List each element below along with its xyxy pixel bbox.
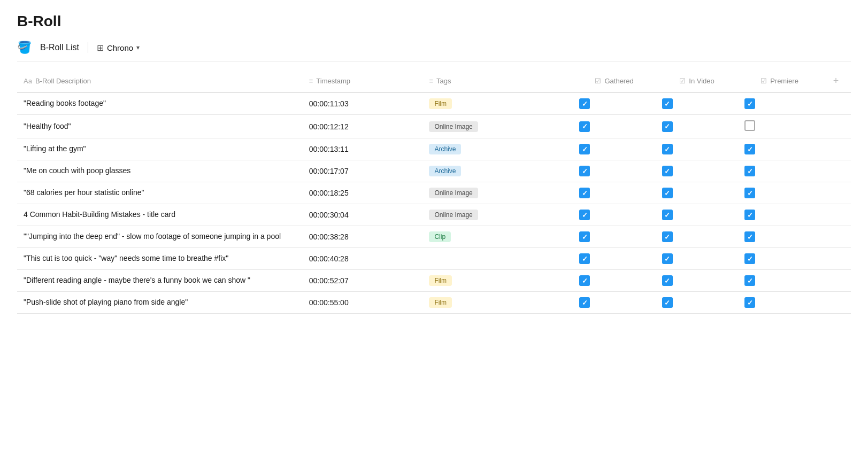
checkbox-checked[interactable]: ✓ xyxy=(744,253,755,264)
cell-premiere[interactable]: ✓ xyxy=(738,292,820,314)
cell-invideo[interactable]: ✓ xyxy=(656,182,738,204)
table-row: "68 calories per hour statistic online"0… xyxy=(17,182,851,204)
cell-description: "Me on couch with poop glasses xyxy=(17,160,303,182)
cell-description: "68 calories per hour statistic online" xyxy=(17,182,303,204)
table-row: "Reading books footage"00:00:11:03Film✓✓… xyxy=(17,92,851,115)
checkbox-checked[interactable]: ✓ xyxy=(662,121,673,132)
tag-badge[interactable]: Online Image xyxy=(429,121,478,132)
cell-tags xyxy=(423,248,573,270)
add-column-button[interactable]: + xyxy=(827,75,844,87)
checkbox-checked[interactable]: ✓ xyxy=(662,144,673,154)
cell-timestamp: 00:00:11:03 xyxy=(303,92,423,115)
checkbox-checked[interactable]: ✓ xyxy=(579,144,590,154)
cell-gathered[interactable]: ✓ xyxy=(573,248,655,270)
view-selector[interactable]: ⊞ Chrono ▾ xyxy=(97,43,140,53)
tag-badge[interactable]: Clip xyxy=(429,231,451,242)
cell-invideo[interactable]: ✓ xyxy=(656,270,738,292)
cell-premiere[interactable]: ✓ xyxy=(738,138,820,160)
checkbox-checked[interactable]: ✓ xyxy=(662,297,673,308)
checkbox-checked[interactable]: ✓ xyxy=(579,253,590,264)
th-description-label: B-Roll Description xyxy=(35,77,91,85)
cell-add xyxy=(821,138,851,160)
cell-invideo[interactable]: ✓ xyxy=(656,115,738,138)
cell-premiere[interactable] xyxy=(738,115,820,138)
cell-invideo[interactable]: ✓ xyxy=(656,248,738,270)
tag-badge[interactable]: Archive xyxy=(429,144,461,154)
th-premiere: ☑ Premiere xyxy=(738,70,820,92)
checkbox-checked[interactable]: ✓ xyxy=(662,275,673,286)
checkbox-checked[interactable]: ✓ xyxy=(662,188,673,198)
checkbox-checked[interactable]: ✓ xyxy=(744,144,755,154)
cell-add xyxy=(821,160,851,182)
table-row: ""Jumping into the deep end" - slow mo f… xyxy=(17,226,851,248)
checkbox-checked[interactable]: ✓ xyxy=(744,297,755,308)
checkbox-unchecked[interactable] xyxy=(744,120,755,131)
cell-timestamp: 00:00:17:07 xyxy=(303,160,423,182)
tag-badge[interactable]: Online Image xyxy=(429,188,478,198)
tag-badge[interactable]: Film xyxy=(429,297,452,308)
cell-invideo[interactable]: ✓ xyxy=(656,160,738,182)
checkbox-checked[interactable]: ✓ xyxy=(579,210,590,220)
cell-tags: Film xyxy=(423,292,573,314)
cell-premiere[interactable]: ✓ xyxy=(738,270,820,292)
cell-premiere[interactable]: ✓ xyxy=(738,160,820,182)
th-description: Aa B-Roll Description xyxy=(17,70,303,92)
checkbox-checked[interactable]: ✓ xyxy=(744,275,755,286)
checkbox-checked[interactable]: ✓ xyxy=(579,121,590,132)
tag-badge[interactable]: Film xyxy=(429,275,452,286)
cell-gathered[interactable]: ✓ xyxy=(573,182,655,204)
checkbox-checked[interactable]: ✓ xyxy=(744,231,755,242)
checkbox-checked[interactable]: ✓ xyxy=(662,231,673,242)
cell-invideo[interactable]: ✓ xyxy=(656,92,738,115)
checkbox-checked[interactable]: ✓ xyxy=(579,231,590,242)
cell-add xyxy=(821,226,851,248)
cell-timestamp: 00:00:55:00 xyxy=(303,292,423,314)
tag-badge[interactable]: Online Image xyxy=(429,210,478,220)
cell-gathered[interactable]: ✓ xyxy=(573,292,655,314)
broll-table: Aa B-Roll Description ≡ Timestamp ≡ Tags xyxy=(17,70,851,314)
toolbar-title: B-Roll List xyxy=(40,43,79,52)
tag-badge[interactable]: Archive xyxy=(429,166,461,176)
cell-gathered[interactable]: ✓ xyxy=(573,270,655,292)
checkbox-checked[interactable]: ✓ xyxy=(744,210,755,220)
cell-gathered[interactable]: ✓ xyxy=(573,138,655,160)
cell-gathered[interactable]: ✓ xyxy=(573,160,655,182)
cell-add xyxy=(821,292,851,314)
checkbox-checked[interactable]: ✓ xyxy=(579,297,590,308)
table-row: "Lifting at the gym"00:00:13:11Archive✓✓… xyxy=(17,138,851,160)
tag-badge[interactable]: Film xyxy=(429,98,452,109)
th-premiere-label: Premiere xyxy=(770,77,798,85)
checkbox-checked[interactable]: ✓ xyxy=(744,98,755,109)
cell-premiere[interactable]: ✓ xyxy=(738,182,820,204)
checkbox-checked[interactable]: ✓ xyxy=(662,253,673,264)
checkbox-checked[interactable]: ✓ xyxy=(579,98,590,109)
th-add[interactable]: + xyxy=(821,70,851,92)
cell-invideo[interactable]: ✓ xyxy=(656,138,738,160)
cell-premiere[interactable]: ✓ xyxy=(738,204,820,226)
checkbox-checked[interactable]: ✓ xyxy=(579,275,590,286)
cell-gathered[interactable]: ✓ xyxy=(573,92,655,115)
cell-premiere[interactable]: ✓ xyxy=(738,248,820,270)
table-row: "Me on couch with poop glasses00:00:17:0… xyxy=(17,160,851,182)
checkbox-checked[interactable]: ✓ xyxy=(744,188,755,198)
checkbox-checked[interactable]: ✓ xyxy=(579,166,590,176)
cell-gathered[interactable]: ✓ xyxy=(573,115,655,138)
checkbox-checked[interactable]: ✓ xyxy=(744,166,755,176)
toolbar: 🪣 B-Roll List ⊞ Chrono ▾ xyxy=(17,41,851,61)
cell-timestamp: 00:00:30:04 xyxy=(303,204,423,226)
checkbox-checked[interactable]: ✓ xyxy=(662,166,673,176)
toolbar-separator xyxy=(88,42,88,53)
table-body: "Reading books footage"00:00:11:03Film✓✓… xyxy=(17,92,851,314)
checkbox-checked[interactable]: ✓ xyxy=(662,98,673,109)
checkbox-checked[interactable]: ✓ xyxy=(662,210,673,220)
cell-invideo[interactable]: ✓ xyxy=(656,204,738,226)
checkbox-checked[interactable]: ✓ xyxy=(579,188,590,198)
th-tags: ≡ Tags xyxy=(423,70,573,92)
cell-invideo[interactable]: ✓ xyxy=(656,226,738,248)
cell-premiere[interactable]: ✓ xyxy=(738,226,820,248)
premiere-col-icon: ☑ xyxy=(761,77,767,85)
cell-premiere[interactable]: ✓ xyxy=(738,92,820,115)
cell-invideo[interactable]: ✓ xyxy=(656,292,738,314)
cell-gathered[interactable]: ✓ xyxy=(573,226,655,248)
cell-gathered[interactable]: ✓ xyxy=(573,204,655,226)
